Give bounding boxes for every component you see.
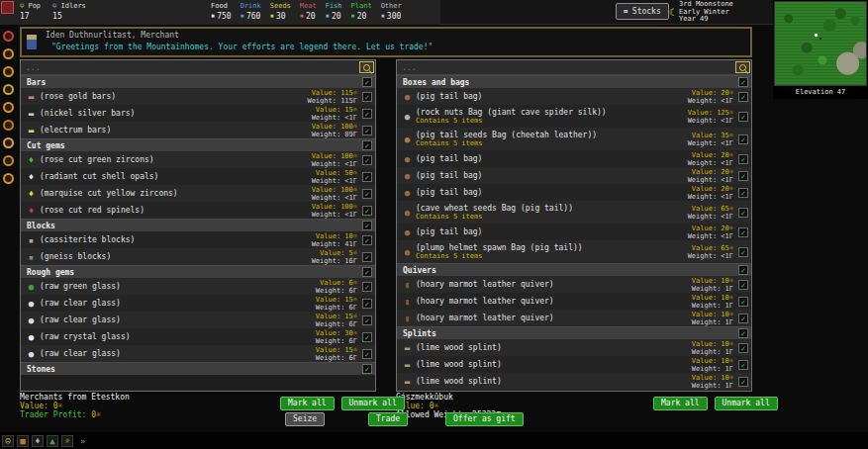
- seize-button[interactable]: Seize: [285, 412, 325, 426]
- mark-all-button-left[interactable]: Mark all: [280, 397, 335, 410]
- item-checkbox[interactable]: ✓: [738, 343, 748, 353]
- item-checkbox[interactable]: ✓: [738, 360, 748, 370]
- item-checkbox[interactable]: ✓: [738, 328, 748, 338]
- category-header[interactable]: Cut gems✓: [21, 138, 375, 151]
- trade-button[interactable]: Trade: [368, 412, 408, 426]
- item-checkbox[interactable]: ✓: [362, 155, 372, 165]
- item-checkbox[interactable]: ✓: [738, 135, 748, 144]
- item-checkbox[interactable]: ✓: [362, 126, 372, 135]
- item-checkbox[interactable]: ✓: [738, 77, 748, 87]
- item-row[interactable]: ●(pig tail bag)Value: 20☼Weight: <1Γ✓: [397, 167, 751, 184]
- item-row[interactable]: ▮(hoary marmot leather quiver)Value: 10☼…: [397, 276, 751, 293]
- category-header[interactable]: Quivers✓: [397, 263, 751, 276]
- minimap[interactable]: [774, 1, 867, 86]
- item-row[interactable]: ▬(lime wood splint)Value: 10☼Weight: 1Γ✓: [397, 339, 751, 356]
- item-row[interactable]: ▪(gneiss blocks)Value: 5☼Weight: 16Γ✓: [21, 248, 375, 265]
- item-checkbox[interactable]: ✓: [362, 92, 372, 102]
- item-row[interactable]: ●(raw green glass)Value: 6☼Weight: 6Γ✓: [21, 278, 375, 295]
- item-row[interactable]: ●(plump helmet spawn Bag (pig tail))Cont…: [397, 240, 751, 263]
- item-checkbox[interactable]: ✓: [362, 364, 372, 374]
- item-checkbox[interactable]: ✓: [738, 188, 748, 198]
- mark-all-button-right[interactable]: Mark all: [653, 397, 708, 410]
- item-row[interactable]: ●(pig tail bag)Value: 20☼Weight: <1Γ✓: [397, 224, 751, 240]
- search-input[interactable]: [402, 61, 699, 73]
- toolbar-icon-1[interactable]: ☺: [2, 435, 14, 447]
- category-header[interactable]: Rough gems✓: [21, 265, 375, 278]
- item-row[interactable]: ●(pig tail bag)Value: 20☼Weight: <1Γ✓: [397, 88, 751, 105]
- item-checkbox[interactable]: ✓: [362, 77, 372, 87]
- toolbar-icon-3[interactable]: ♦: [32, 435, 44, 447]
- search-icon[interactable]: [359, 61, 374, 73]
- item-checkbox[interactable]: ✓: [738, 247, 748, 257]
- item-row[interactable]: ●(raw crystal glass)Value: 30☼Weight: 6Γ…: [21, 328, 375, 345]
- item-row[interactable]: ♦(marquise cut yellow zircons)Value: 100…: [21, 185, 375, 202]
- item-row[interactable]: ●(rock nuts Bag (giant cave spider silk)…: [397, 105, 751, 128]
- item-row[interactable]: ▪(cassiterite blocks)Value: 10☼Weight: 4…: [21, 231, 375, 248]
- alert-icon[interactable]: [3, 102, 14, 113]
- alert-icon[interactable]: [3, 84, 14, 95]
- category-header[interactable]: Stones✓: [21, 362, 375, 375]
- alert-icon[interactable]: [3, 120, 14, 131]
- search-icon[interactable]: [735, 61, 750, 73]
- stocks-button[interactable]: ≡ Stocks: [616, 3, 669, 20]
- item-checkbox[interactable]: ✓: [362, 252, 372, 262]
- item-checkbox[interactable]: ✓: [362, 172, 372, 182]
- offer-gift-button[interactable]: Offer as gift: [445, 412, 524, 426]
- search-input[interactable]: [26, 61, 323, 73]
- alert-icon[interactable]: [3, 31, 14, 42]
- toolbar-expand-icon[interactable]: »: [80, 436, 85, 446]
- alert-icon[interactable]: [3, 137, 14, 148]
- unmark-all-button-left[interactable]: Unmark all: [341, 397, 405, 410]
- unmark-all-button-right[interactable]: Unmark all: [715, 397, 778, 410]
- item-checkbox[interactable]: ✓: [362, 189, 372, 199]
- alert-icon[interactable]: [3, 155, 14, 166]
- alert-icon[interactable]: [3, 173, 14, 184]
- item-checkbox[interactable]: ✓: [738, 314, 748, 323]
- item-row[interactable]: ▬(electrum bars)Value: 100☼Weight: 89Γ✓: [21, 122, 375, 138]
- item-row[interactable]: ▬(lime wood splint)Value: 10☼Weight: 1Γ✓: [397, 356, 751, 373]
- item-checkbox[interactable]: ✓: [738, 154, 748, 164]
- item-row[interactable]: ♦(rose cut green zircons)Value: 100☼Weig…: [21, 151, 375, 168]
- category-header[interactable]: Boxes and bags✓: [397, 75, 751, 88]
- toolbar-icon-2[interactable]: ■: [17, 435, 29, 447]
- alert-icon[interactable]: [3, 48, 14, 59]
- item-checkbox[interactable]: ✓: [738, 227, 748, 237]
- item-checkbox[interactable]: ✓: [362, 140, 372, 150]
- item-checkbox[interactable]: ✓: [738, 171, 748, 181]
- item-checkbox[interactable]: ✓: [362, 206, 372, 216]
- item-row[interactable]: ▬(lime wood splint)Value: 10☼Weight: 1Γ✓: [397, 373, 751, 390]
- item-checkbox[interactable]: ✓: [738, 112, 748, 122]
- item-row[interactable]: ▬(rose gold bars)Value: 115☼Weight: 115Γ…: [21, 88, 375, 105]
- item-checkbox[interactable]: ✓: [362, 221, 372, 230]
- item-row[interactable]: ●(raw clear glass)Value: 15☼Weight: 6Γ✓: [21, 295, 375, 312]
- alert-icon[interactable]: [3, 66, 14, 77]
- item-checkbox[interactable]: ✓: [738, 208, 748, 218]
- item-checkbox[interactable]: ✓: [362, 315, 372, 325]
- item-checkbox[interactable]: ✓: [362, 109, 372, 119]
- item-row[interactable]: ♦(radiant cut shell opals)Value: 50☼Weig…: [21, 168, 375, 185]
- item-checkbox[interactable]: ✓: [362, 332, 372, 342]
- item-row[interactable]: ▮(hoary marmot leather quiver)Value: 10☼…: [397, 310, 751, 326]
- item-checkbox[interactable]: ✓: [738, 297, 748, 307]
- item-checkbox[interactable]: ✓: [362, 299, 372, 309]
- item-row[interactable]: ●(raw clear glass)Value: 15☼Weight: 6Γ✓: [21, 312, 375, 328]
- item-checkbox[interactable]: ✓: [362, 349, 372, 359]
- alert-corner-icon[interactable]: [1, 1, 14, 14]
- item-row[interactable]: ▬(nickel silver bars)Value: 15☼Weight: <…: [21, 105, 375, 122]
- item-checkbox[interactable]: ✓: [362, 235, 372, 245]
- item-row[interactable]: ●(pig tail seeds Bag (cheetah leather))C…: [397, 128, 751, 150]
- toolbar-icon-5[interactable]: ☼: [61, 435, 73, 447]
- item-row[interactable]: ●(cave wheat seeds Bag (pig tail))Contai…: [397, 201, 751, 224]
- item-checkbox[interactable]: ✓: [738, 280, 748, 290]
- category-header[interactable]: Splints✓: [397, 326, 751, 339]
- item-checkbox[interactable]: ✓: [738, 92, 748, 102]
- item-row[interactable]: ▮(hoary marmot leather quiver)Value: 10☼…: [397, 293, 751, 310]
- item-checkbox[interactable]: ✓: [738, 377, 748, 387]
- item-row[interactable]: ♦(rose cut red spinels)Value: 100☼Weight…: [21, 202, 375, 219]
- category-header[interactable]: Bars✓: [21, 75, 375, 88]
- item-row[interactable]: ●(pig tail bag)Value: 20☼Weight: <1Γ✓: [397, 150, 751, 167]
- item-row[interactable]: ●(pig tail bag)Value: 20☼Weight: <1Γ✓: [397, 184, 751, 201]
- item-checkbox[interactable]: ✓: [362, 267, 372, 277]
- toolbar-icon-4[interactable]: ▲: [47, 435, 58, 447]
- item-checkbox[interactable]: ✓: [362, 282, 372, 292]
